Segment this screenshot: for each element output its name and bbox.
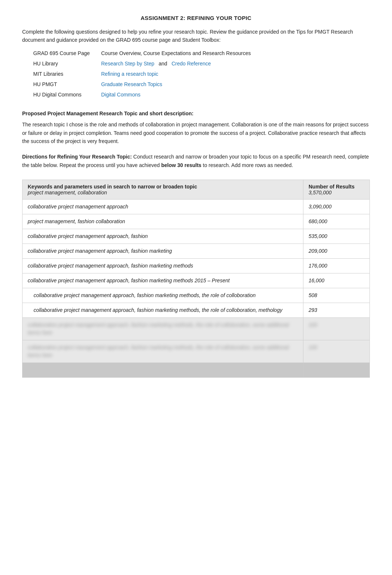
results-cell: 508	[303, 288, 370, 303]
directions-end: to research. Add more rows as needed.	[202, 162, 293, 168]
keywords-cell: collaborative project management approac…	[23, 273, 303, 288]
toolbox-label-mit: MIT Libraries	[33, 69, 92, 79]
keywords-cell: project management, fashion collaboratio…	[23, 214, 303, 229]
toolbox-item-hu-pmgt: HU PMGT Graduate Research Topics	[33, 79, 370, 89]
link-research-step[interactable]: Research Step by Step	[101, 61, 154, 67]
link-digital-commons[interactable]: Digital Commons	[101, 89, 141, 100]
keywords-cell: collaborative project management approac…	[23, 288, 303, 303]
link-refining-topic[interactable]: Refining a research topic	[101, 69, 158, 79]
results-cell: 176,000	[303, 259, 370, 273]
page-title: ASSIGNMENT 2: REFINING YOUR TOPIC	[22, 15, 370, 21]
results-cell: 293	[303, 303, 370, 318]
directions-label: Directions for Refining Your Research To…	[22, 154, 132, 160]
directions-section: Directions for Refining Your Research To…	[22, 153, 370, 169]
table-row: collaborative project management approac…	[23, 200, 370, 214]
results-cell: 209,000	[303, 244, 370, 259]
proposed-section: Proposed Project Management Research Top…	[22, 109, 370, 146]
blurred-dark-results-cell	[303, 363, 370, 378]
table-row-dark	[23, 363, 370, 378]
toolbox-links-hu-library: Research Step by Step and Credo Referenc…	[101, 58, 211, 69]
toolbox-item-digital-commons: HU Digital Commons Digital Commons	[33, 89, 370, 100]
table-row: project management, fashion collaboratio…	[23, 214, 370, 229]
table-header-row: Keywords and parameters used in search t…	[23, 180, 370, 200]
keywords-cell: collaborative project management approac…	[23, 200, 303, 214]
table-row: collaborative project management approac…	[23, 340, 370, 363]
table-row: collaborative project management approac…	[23, 259, 370, 273]
proposed-body: The research topic I chose is the role a…	[22, 120, 370, 145]
table-body: collaborative project management approac…	[23, 200, 370, 378]
col-results-subtext: 3,570,000	[309, 190, 331, 195]
col-keywords-header: Keywords and parameters used in search t…	[23, 180, 303, 200]
research-table: Keywords and parameters used in search t…	[22, 180, 370, 378]
toolbox-item-grad: GRAD 695 Course Page Course Overview, Co…	[33, 48, 370, 58]
table-row: collaborative project management approac…	[23, 244, 370, 259]
intro-text: Complete the following questions designe…	[22, 28, 370, 44]
keywords-cell: collaborative project management approac…	[23, 259, 303, 273]
table-row: collaborative project management approac…	[23, 273, 370, 288]
toolbox-label-digital-commons: HU Digital Commons	[33, 89, 92, 100]
results-cell: 535,000	[303, 229, 370, 244]
toolbox-label-hu-library: HU Library	[33, 58, 92, 69]
results-cell: 16,000	[303, 273, 370, 288]
link-credo-reference[interactable]: Credo Reference	[172, 61, 211, 67]
col-results-header: Number of Results 3,570,000	[303, 180, 370, 200]
toolbox-item-mit: MIT Libraries Refining a research topic	[33, 69, 370, 79]
col-results-header-text: Number of Results	[309, 184, 354, 190]
proposed-title: Proposed Project Management Research Top…	[22, 110, 193, 116]
table-row: collaborative project management approac…	[23, 303, 370, 318]
toolbox-label-hu-pmgt: HU PMGT	[33, 79, 92, 89]
table-row: collaborative project management approac…	[23, 288, 370, 303]
keywords-cell: collaborative project management approac…	[23, 229, 303, 244]
blurred-keywords-cell: collaborative project management approac…	[23, 318, 303, 340]
keywords-cell: collaborative project management approac…	[23, 244, 303, 259]
blurred-results-cell: 100	[303, 340, 370, 363]
link-graduate-research[interactable]: Graduate Research Topics	[101, 79, 162, 89]
keywords-cell: collaborative project management approac…	[23, 303, 303, 318]
blurred-dark-keywords-cell	[23, 363, 303, 378]
blurred-results-cell: 100	[303, 318, 370, 340]
col-keywords-header-text: Keywords and parameters used in search t…	[28, 184, 197, 190]
results-cell: 3,090,000	[303, 200, 370, 214]
blurred-keywords-cell: collaborative project management approac…	[23, 340, 303, 363]
col-keywords-subtext: project management, collaboration	[28, 190, 107, 195]
toolbox-label-grad: GRAD 695 Course Page	[33, 48, 92, 58]
toolbox-item-hu-library: HU Library Research Step by Step and Cre…	[33, 58, 370, 69]
results-cell: 680,000	[303, 214, 370, 229]
toolbox-list: GRAD 695 Course Page Course Overview, Co…	[33, 48, 370, 100]
table-row: collaborative project management approac…	[23, 318, 370, 340]
table-row: collaborative project management approac…	[23, 229, 370, 244]
toolbox-text-grad: Course Overview, Course Expectations and…	[101, 48, 251, 58]
directions-bold-end: below 30 results	[161, 162, 202, 168]
